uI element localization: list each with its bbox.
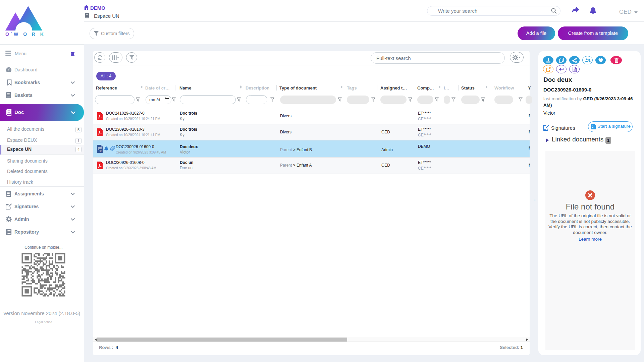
svg-text:w: w: [99, 150, 102, 152]
